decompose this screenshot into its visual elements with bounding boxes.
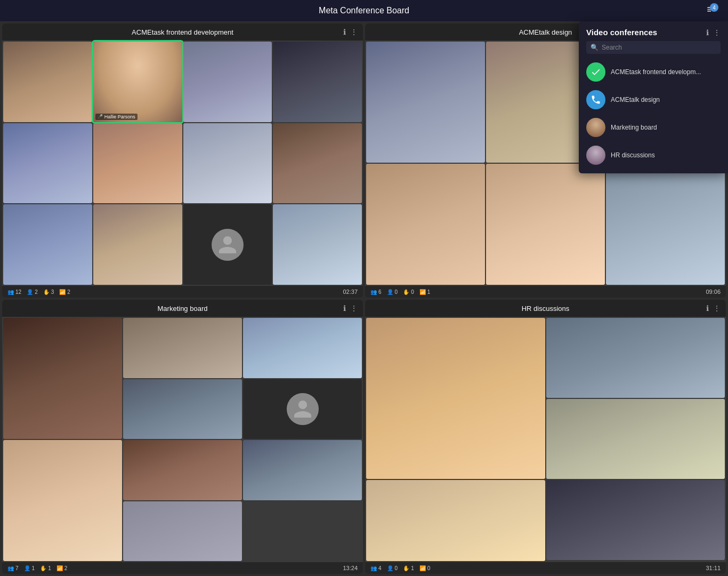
stat-hands: ✋ 0 (403, 289, 414, 295)
stat-participants: 👥 12 (7, 289, 21, 295)
video-cell[interactable] (273, 42, 362, 122)
stat-new-participants: 👤 0 (387, 565, 398, 571)
video-cell[interactable] (93, 204, 182, 285)
conf-info-button-marketing[interactable]: ℹ (343, 304, 346, 313)
conf-header-hr: HR discussions ℹ ⋮ (365, 300, 726, 317)
conf-info-button-acmetask[interactable]: ℹ (343, 28, 346, 36)
footer-stats-acmetalk: 👥 6 👤 0 ✋ 0 📶 1 (370, 289, 430, 295)
sidebar-header-icons: ℹ ⋮ (706, 28, 721, 37)
signal-icon: 📶 (419, 565, 426, 571)
new-participants-count: 0 (395, 565, 398, 571)
sidebar-label-hr: HR discussions (611, 151, 655, 159)
video-cell[interactable] (366, 164, 485, 285)
signal-count: 0 (427, 565, 431, 571)
new-participants-count: 0 (395, 289, 398, 295)
video-cell-highlighted[interactable]: 🎤 Hallie Parsons (93, 42, 182, 122)
video-cell[interactable] (273, 204, 362, 285)
conf-header-marketing: Marketing board ℹ ⋮ (2, 300, 363, 317)
sidebar-avatar-hr (586, 146, 605, 165)
video-cell[interactable] (3, 123, 92, 204)
conf-timer-hr: 31:11 (706, 565, 721, 571)
participants-icon: 👥 (370, 289, 377, 295)
new-participants-count: 2 (35, 289, 38, 295)
search-input[interactable] (602, 44, 716, 51)
footer-stats-acmetask: 👥 12 👤 2 ✋ 3 📶 2 (7, 289, 70, 295)
notification-badge: 4 (710, 3, 718, 12)
video-cell[interactable] (366, 42, 485, 163)
stat-signal: 📶 2 (59, 289, 70, 295)
video-cell[interactable] (606, 164, 725, 285)
notification-button[interactable]: 4 (702, 2, 719, 19)
stat-hands: ✋ 3 (43, 289, 54, 295)
conf-title-marketing: Marketing board (158, 305, 208, 313)
sidebar-search-bar[interactable]: 🔍 (586, 41, 721, 54)
video-cell[interactable] (366, 480, 545, 561)
signal-count: 2 (67, 289, 70, 295)
video-cell[interactable] (3, 440, 122, 561)
sidebar-info-button[interactable]: ℹ (706, 28, 709, 37)
video-cell[interactable] (243, 440, 362, 500)
hands-count: 0 (411, 289, 414, 295)
conf-footer-hr: 👥 4 👤 0 ✋ 1 📶 0 31:11 (365, 562, 726, 574)
video-cell[interactable] (546, 480, 725, 560)
sidebar-item-acmetalk[interactable]: ACMEtalk design (579, 86, 728, 114)
video-cell[interactable] (183, 123, 272, 204)
video-cell-placeholder (243, 379, 362, 439)
conf-more-button-hr[interactable]: ⋮ (713, 304, 721, 313)
video-cell[interactable] (93, 123, 182, 204)
conf-title-acmetalk: ACMEtalk design (519, 28, 572, 36)
video-cell[interactable] (546, 318, 725, 398)
conf-info-button-hr[interactable]: ℹ (706, 304, 709, 313)
conf-more-button-marketing[interactable]: ⋮ (350, 304, 358, 313)
video-cell[interactable] (123, 440, 242, 500)
video-cell[interactable] (486, 164, 605, 285)
video-cell-placeholder (183, 204, 272, 285)
conf-timer-acmetalk: 09:06 (706, 289, 721, 295)
video-cell[interactable] (3, 318, 122, 439)
signal-icon: 📶 (56, 565, 63, 571)
video-cell[interactable] (546, 399, 725, 479)
video-cell[interactable] (123, 501, 242, 562)
stat-new-participants: 👤 0 (387, 289, 398, 295)
conf-footer-acmetask: 👥 12 👤 2 ✋ 3 📶 2 02:37 (2, 286, 363, 298)
footer-stats-marketing: 👥 7 👤 1 ✋ 1 📶 2 (7, 565, 67, 571)
sidebar-item-acmetask[interactable]: ACMEtask frontend developm... (579, 58, 728, 86)
conf-more-button-acmetask[interactable]: ⋮ (350, 28, 358, 36)
stat-hands: ✋ 1 (403, 565, 414, 571)
video-cell[interactable] (3, 204, 92, 285)
video-cell[interactable] (3, 42, 92, 122)
video-cell[interactable] (366, 318, 545, 479)
stat-signal: 📶 0 (419, 565, 431, 571)
video-cell[interactable] (123, 318, 242, 378)
video-cell[interactable] (183, 42, 272, 122)
add-participant-icon: 👤 (387, 565, 393, 571)
video-cell[interactable] (123, 379, 242, 439)
conf-header-icons-acmetask: ℹ ⋮ (343, 28, 358, 36)
video-cell[interactable] (273, 123, 362, 204)
sidebar-item-marketing[interactable]: Marketing board (579, 114, 728, 141)
hands-count: 1 (48, 565, 51, 571)
sidebar-more-button[interactable]: ⋮ (713, 28, 721, 37)
placeholder-avatar (287, 393, 319, 425)
add-participant-icon: 👤 (27, 289, 33, 295)
sidebar-header: Video conferences ℹ ⋮ (579, 21, 728, 41)
participants-icon: 👥 (7, 289, 14, 295)
sidebar-item-hr[interactable]: HR discussions (579, 141, 728, 169)
app-title: Meta Conference Board (319, 6, 409, 15)
conference-panel-marketing: Marketing board ℹ ⋮ (2, 300, 363, 574)
stat-new-participants: 👤 1 (24, 565, 35, 571)
video-cell[interactable] (243, 318, 362, 378)
footer-stats-hr: 👥 4 👤 0 ✋ 1 📶 0 (370, 565, 430, 571)
participants-icon: 👥 (7, 565, 14, 571)
hands-count: 3 (51, 289, 54, 295)
stat-signal: 📶 1 (419, 289, 431, 295)
hand-icon: ✋ (403, 565, 409, 571)
sidebar-avatar-acmetalk (586, 90, 605, 109)
participants-count: 4 (378, 565, 382, 571)
hand-icon: ✋ (403, 289, 409, 295)
top-bar-icons: 4 (702, 2, 719, 19)
conf-header-icons-hr: ℹ ⋮ (706, 304, 721, 313)
participants-count: 12 (15, 289, 21, 295)
conf-timer-acmetask: 02:37 (343, 289, 358, 295)
participant-name-hallie: 🎤 Hallie Parsons (95, 114, 137, 120)
